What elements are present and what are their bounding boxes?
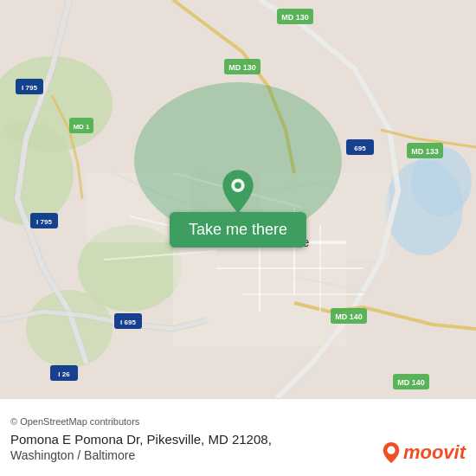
map-container: MD 130 MD 130 I 795 MD 1 695 MD 133 I 79… (0, 0, 476, 398)
location-pin-icon (215, 169, 261, 215)
svg-point-36 (235, 182, 241, 189)
moovit-brand-text: moovit (403, 441, 466, 464)
svg-text:I 26: I 26 (58, 370, 70, 378)
svg-text:MD 140: MD 140 (397, 378, 425, 387)
svg-text:I 795: I 795 (36, 218, 52, 226)
svg-point-37 (387, 447, 395, 454)
svg-text:695: 695 (354, 145, 366, 152)
svg-text:MD 130: MD 130 (281, 13, 309, 22)
moovit-pin-icon (382, 441, 401, 464)
svg-text:I 795: I 795 (22, 84, 37, 92)
svg-text:I 695: I 695 (120, 318, 136, 326)
osm-credit: © OpenStreetMap contributors (10, 416, 466, 427)
svg-text:MD 1: MD 1 (73, 123, 90, 131)
button-container: Take me there (170, 169, 306, 248)
osm-credit-text: © OpenStreetMap contributors (10, 416, 139, 427)
moovit-logo: moovit (382, 441, 466, 464)
info-bar: © OpenStreetMap contributors Pomona E Po… (0, 398, 476, 476)
svg-text:MD 133: MD 133 (411, 147, 439, 156)
svg-point-4 (26, 290, 113, 368)
svg-text:MD 140: MD 140 (335, 312, 363, 321)
svg-text:MD 130: MD 130 (228, 63, 256, 72)
take-me-there-button[interactable]: Take me there (170, 212, 306, 248)
